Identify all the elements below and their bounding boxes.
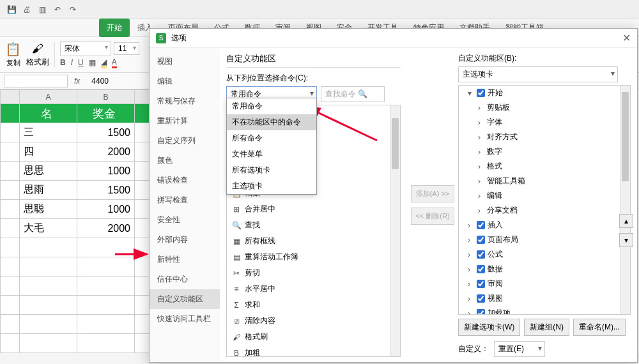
command-item[interactable]: 🔍查找 [227,217,400,233]
search-command-input[interactable]: 查找命令 🔍 [321,86,385,102]
font-color-button[interactable]: A [112,57,117,68]
print-icon[interactable]: 🖨 [20,3,33,16]
section-title: 自定义功能区 [226,53,401,64]
command-item[interactable]: Σ求和▸ [227,297,400,313]
command-icon: ⊞ [232,205,241,214]
font-size-combo[interactable]: 11 [114,42,139,55]
quick-access-toolbar: 💾 🖨 ▥ ↶ ↷ [0,0,639,19]
tree-node[interactable]: ›数据 [459,262,630,277]
ribbon-scope-combo[interactable]: 主选项卡 [458,66,618,82]
ribbon-tree[interactable]: ▾开始›剪贴板›字体›对齐方式›数字›格式›智能工具箱›编辑›分享文档›插入›页… [458,85,631,315]
dropdown-option[interactable]: 常用命令 [227,98,316,114]
move-up-button[interactable]: ▴ [619,214,633,228]
tree-node[interactable]: ▾开始 [459,86,630,100]
preview-icon[interactable]: ▥ [36,3,49,16]
nav-item[interactable]: 常规与保存 [150,91,220,111]
nav-item[interactable]: 新特性 [150,250,220,269]
tree-checkbox[interactable] [477,236,485,244]
command-icon: Σ [232,301,241,310]
command-item[interactable]: ⊞合并居中▸ [227,201,400,217]
command-item[interactable]: ≡水平居中 [227,281,400,297]
tree-node[interactable]: ›插入 [459,218,630,232]
dropdown-option[interactable]: 文件菜单 [227,146,316,162]
tree-checkbox[interactable] [477,221,485,229]
dropdown-option[interactable]: 所有选项卡 [227,162,316,178]
command-item[interactable]: ▦所有框线▸ [227,233,400,249]
nav-item[interactable]: 自定义功能区 [150,289,220,309]
tree-checkbox[interactable] [477,250,485,259]
tree-checkbox[interactable] [477,265,485,273]
underline-button[interactable]: U [78,58,84,67]
command-item[interactable]: ✂剪切 [227,265,400,281]
tree-node[interactable]: ›智能工具箱 [459,174,630,188]
reset-combo[interactable]: 重置(E) [494,341,545,357]
new-tab-button[interactable]: 新建选项卡(W) [458,319,520,336]
nav-item[interactable]: 视图 [150,52,220,72]
format-painter-icon[interactable]: 🖌 [32,42,43,56]
name-box[interactable] [4,75,68,87]
tree-node[interactable]: ›页面布局 [459,232,630,247]
command-icon: ▦ [232,237,241,246]
border-button[interactable]: ▦ [89,58,96,67]
command-item[interactable]: ⎚清除内容 [227,313,400,329]
nav-item[interactable]: 颜色 [150,151,220,171]
tree-node[interactable]: ›公式 [459,247,630,262]
nav-item[interactable]: 快速访问工具栏 [150,309,220,329]
add-button[interactable]: 添加(A) >> [411,185,454,202]
tree-checkbox[interactable] [477,280,485,288]
new-group-button[interactable]: 新建组(N) [524,319,569,336]
command-item[interactable]: ▤重算活动工作簿 [227,249,400,265]
nav-item[interactable]: 拼写检查 [150,190,220,210]
choose-commands-dropdown[interactable]: 常用命令不在功能区中的命令所有命令文件菜单所有选项卡主选项卡 [226,98,317,195]
tree-node[interactable]: ›格式 [459,159,630,174]
italic-button[interactable]: I [71,58,73,67]
command-icon: 🖌 [232,333,241,342]
tree-node[interactable]: ›剪贴板 [459,100,630,115]
font-family-combo[interactable]: 宋体 [60,42,111,56]
dropdown-option[interactable]: 主选项卡 [227,178,316,194]
fill-color-button[interactable]: ◢ [101,57,107,68]
scrollbar[interactable] [390,105,400,356]
redo-icon[interactable]: ↷ [66,3,79,16]
undo-icon[interactable]: ↶ [51,3,64,16]
tree-node[interactable]: ›视图 [459,291,630,306]
tree-node[interactable]: ›对齐方式 [459,130,630,144]
remove-button[interactable]: << 删除(R) [411,208,454,225]
tree-node[interactable]: ›编辑 [459,188,630,203]
tree-node[interactable]: ›字体 [459,115,630,130]
dropdown-option[interactable]: 所有命令 [227,130,316,146]
tree-node[interactable]: ›分享文档 [459,203,630,218]
nav-item[interactable]: 安全性 [150,210,220,230]
copy-label: 复制 [6,58,20,68]
bold-button[interactable]: B [60,58,66,67]
save-icon[interactable]: 💾 [5,3,18,16]
tree-node[interactable]: ›审阅 [459,277,630,291]
scrollbar[interactable] [620,86,630,314]
tree-node[interactable]: ›加载项 [459,306,630,315]
formula-value[interactable]: 4400 [86,75,114,87]
fx-icon[interactable]: fx [74,77,80,86]
ribbon-tab[interactable]: 开始 [99,19,130,37]
close-button[interactable]: ✕ [622,32,631,44]
nav-item[interactable]: 自定义序列 [150,131,220,151]
move-down-button[interactable]: ▾ [619,233,633,247]
command-icon: ✂ [232,269,241,278]
nav-item[interactable]: 编辑 [150,72,220,91]
tree-checkbox[interactable] [477,309,485,315]
nav-item[interactable]: 外部内容 [150,230,220,250]
command-icon: B [232,349,241,358]
paste-icon[interactable]: 📋 [5,42,21,57]
nav-item[interactable]: 错误检查 [150,171,220,190]
dropdown-option[interactable]: 不在功能区中的命令 [227,114,316,130]
tree-checkbox[interactable] [477,294,485,303]
tree-checkbox[interactable] [477,89,485,97]
rename-button[interactable]: 重命名(M)... [573,319,626,336]
command-item[interactable]: 🖌格式刷 [227,329,400,345]
nav-item[interactable]: 信任中心 [150,269,220,289]
nav-item[interactable]: 重新计算 [150,111,220,131]
customize-label: 自定义： [458,344,489,354]
tree-node[interactable]: ›数字 [459,144,630,159]
command-icon: 🔍 [232,221,241,230]
command-item[interactable]: B加粗 [227,345,400,357]
command-icon: ≡ [232,285,241,294]
